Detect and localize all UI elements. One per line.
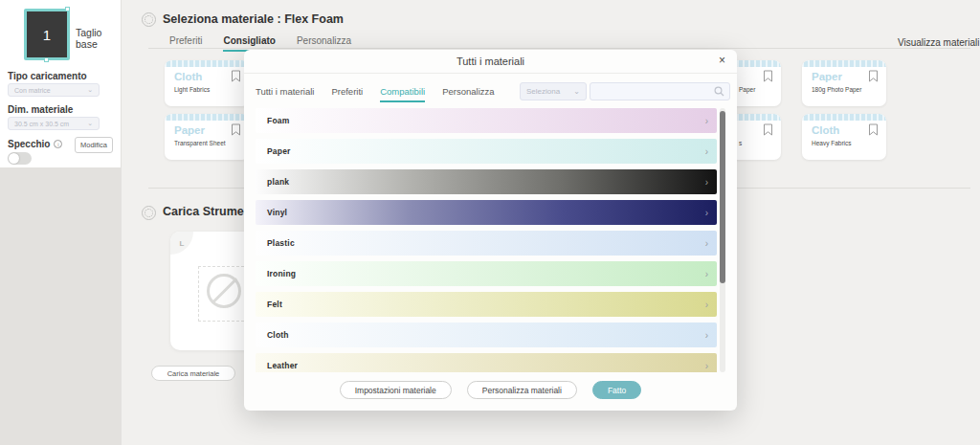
info-icon[interactable]: i <box>54 140 62 148</box>
card-subtitle: Heavy Fabrics <box>812 140 852 146</box>
material-name: Foam <box>267 116 289 125</box>
mirror-label: Specchio <box>8 139 50 149</box>
card-top-strip <box>165 114 249 121</box>
scrollbar-track[interactable] <box>720 108 725 372</box>
mat-number: 1 <box>27 11 67 57</box>
chevron-right-icon: › <box>705 330 708 341</box>
load-type-label: Tipo caricamento <box>8 71 87 81</box>
card-title: Cloth <box>812 124 839 136</box>
material-row-cloth[interactable]: Cloth› <box>256 323 717 347</box>
sidebar-lower-panel <box>0 167 121 445</box>
personalizza-materiali-button[interactable]: Personalizza materiali <box>467 381 577 399</box>
material-row-vinyl[interactable]: Vinyl› <box>256 200 717 225</box>
select-material-icon <box>142 12 156 27</box>
material-card[interactable]: Paper Transparent Sheet <box>165 114 249 160</box>
filter-select[interactable]: Seleziona ⌄ <box>520 82 587 100</box>
chevron-right-icon: › <box>705 238 708 249</box>
chevron-down-icon: ⌄ <box>87 86 93 94</box>
modal-tab-tutti-i-materiali[interactable]: Tutti i materiali <box>256 86 314 102</box>
bookmark-icon[interactable] <box>231 123 241 136</box>
chevron-right-icon: › <box>705 146 708 157</box>
done-button[interactable]: Fatto <box>592 381 641 399</box>
filter-select-placeholder: Seleziona <box>526 87 560 96</box>
chevron-right-icon: › <box>705 300 708 310</box>
modal-title: Tutti i materiali <box>244 50 737 74</box>
card-subtitle: s <box>739 140 742 146</box>
load-type-select[interactable]: Con matrice ⌄ <box>8 83 100 97</box>
modal-footer: Impostazioni materialePersonalizza mater… <box>244 381 737 399</box>
material-card[interactable]: Cloth Light Fabrics <box>165 60 249 106</box>
card-top-strip <box>802 114 886 121</box>
search-box <box>590 82 730 100</box>
material-name: Cloth <box>267 330 289 340</box>
material-size-value: 30.5 cm x 30.5 cm <box>14 121 69 127</box>
selection-handle-icon <box>65 7 70 11</box>
material-row-paper[interactable]: Paper› <box>256 139 717 164</box>
modal-tab-compatibili[interactable]: Compatibili <box>380 86 425 102</box>
impostazioni-materiale-button[interactable]: Impostazioni materiale <box>340 381 452 399</box>
material-card[interactable]: Paper 180g Photo Paper <box>802 60 886 106</box>
material-name: Leather <box>267 361 298 370</box>
search-input[interactable] <box>594 83 709 100</box>
select-material-title: Seleziona materiale : Flex Foam <box>163 12 344 26</box>
chevron-right-icon: › <box>705 116 708 126</box>
load-tools-icon <box>142 206 156 220</box>
card-title: Paper <box>174 124 205 136</box>
material-row-felt[interactable]: Felt› <box>256 292 717 317</box>
card-top-strip <box>165 60 249 67</box>
material-name: Plastic <box>267 238 295 248</box>
modal-tab-personalizza[interactable]: Personalizza <box>442 86 494 102</box>
card-subtitle: 180g Photo Paper <box>812 86 861 93</box>
card-top-strip <box>802 60 886 67</box>
bookmark-icon[interactable] <box>868 70 879 82</box>
bookmark-icon[interactable] <box>763 123 773 136</box>
bookmark-icon[interactable] <box>868 123 879 136</box>
materials-list: Foam›Paper›plank›Vinyl›Plastic›Ironing›F… <box>256 108 717 372</box>
material-row-plank[interactable]: plank› <box>256 169 717 194</box>
left-sidebar: 1 Taglio base Tipo caricamento Con matri… <box>0 0 122 445</box>
chevron-down-icon: ⌄ <box>573 87 580 96</box>
selection-handle-icon <box>44 57 49 62</box>
material-size-label: Dim. materiale <box>8 104 73 115</box>
close-icon[interactable]: × <box>719 54 725 67</box>
material-name: Ironing <box>267 269 296 278</box>
material-row-leather[interactable]: Leather› <box>256 353 717 372</box>
mirror-toggle[interactable] <box>8 152 32 165</box>
material-name: Paper <box>267 146 291 156</box>
load-type-value: Con matrice <box>14 87 51 94</box>
chevron-down-icon: ⌄ <box>87 120 93 127</box>
card-subtitle: Paper <box>739 86 755 93</box>
mat-label: Taglio base <box>76 27 121 50</box>
search-icon <box>714 86 724 97</box>
view-materials-link[interactable]: Visualizza materiali <box>898 37 979 48</box>
material-name: Vinyl <box>267 208 287 217</box>
card-title: Paper <box>812 71 842 82</box>
bookmark-icon[interactable] <box>763 70 773 82</box>
chevron-right-icon: › <box>705 208 708 218</box>
modify-button[interactable]: Modifica <box>75 137 113 153</box>
clamp-label: L <box>170 232 193 255</box>
tab-preferiti[interactable]: Preferiti <box>169 35 202 52</box>
card-subtitle: Transparent Sheet <box>174 140 226 146</box>
card-subtitle: Light Fabrics <box>174 86 210 93</box>
tabbar-divider <box>148 48 970 49</box>
material-row-ironing[interactable]: Ironing› <box>256 261 717 286</box>
scrollbar-thumb[interactable] <box>720 111 725 283</box>
material-card[interactable]: Cloth Heavy Fabrics <box>802 114 886 160</box>
all-materials-modal: Tutti i materiali × Tutti i materialiPre… <box>244 50 737 411</box>
material-size-select[interactable]: 30.5 cm x 30.5 cm ⌄ <box>8 117 100 130</box>
modal-tabs: Tutti i materialiPreferitiCompatibiliPer… <box>256 86 495 102</box>
card-title: Cloth <box>174 71 202 82</box>
chevron-right-icon: › <box>705 177 708 188</box>
material-name: Felt <box>267 300 282 309</box>
load-material-button[interactable]: Carica materiale <box>151 366 235 381</box>
material-row-foam[interactable]: Foam› <box>256 108 717 133</box>
chevron-right-icon: › <box>705 269 708 279</box>
modal-tab-preferiti[interactable]: Preferiti <box>331 86 363 102</box>
material-row-plastic[interactable]: Plastic› <box>256 231 717 256</box>
material-name: plank <box>267 177 289 187</box>
no-tool-icon <box>207 274 241 308</box>
mat-preview-thumbnail[interactable]: 1 <box>24 9 70 60</box>
bookmark-icon[interactable] <box>231 70 241 82</box>
chevron-right-icon: › <box>705 361 708 371</box>
